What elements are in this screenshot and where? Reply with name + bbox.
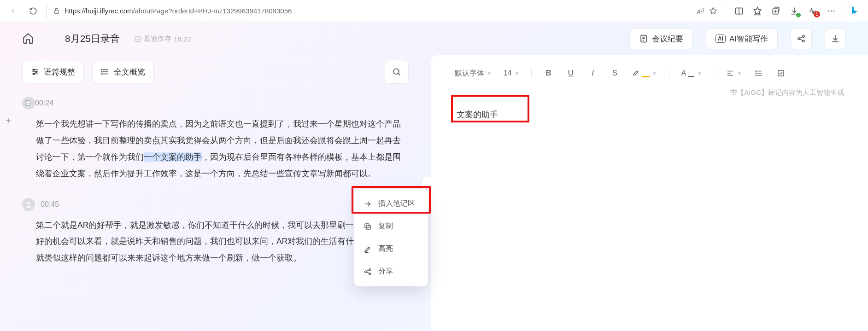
format-toolbar: 默认字体▼ 14▼ B U I S ▼ A▼ ▼	[455, 65, 844, 87]
ai-write-button[interactable]: AI AI智能写作	[706, 29, 778, 49]
svg-point-8	[828, 10, 829, 12]
svg-rect-39	[25, 101, 30, 106]
svg-point-40	[27, 202, 29, 204]
check-circle-icon	[135, 35, 141, 42]
svg-point-27	[33, 73, 35, 75]
list-button[interactable]	[754, 68, 764, 78]
transcript-text[interactable]: 第二个就是AR的好帮手，就是激发敏感，你们不知道干什么的时候，我可以去那里刷一下…	[22, 217, 409, 267]
svg-point-26	[35, 71, 37, 73]
transcript-text[interactable]: 第一个我先想讲一下写作的传播的卖点，因为之前语文也一直提到了，我过来一个星期也对…	[22, 116, 409, 182]
svg-line-19	[800, 37, 803, 38]
svg-rect-58	[778, 70, 784, 76]
highlight-icon	[364, 245, 372, 253]
svg-point-34	[393, 69, 399, 74]
address-bar[interactable]: https://huiji.iflyrec.com/aboutPage?orde…	[46, 3, 724, 19]
document-title: 8月25日录音	[65, 32, 120, 45]
highlighted-text: 一个文案的助手	[144, 152, 202, 162]
list-icon	[101, 68, 109, 76]
svg-point-55	[756, 71, 757, 72]
browser-actions: 1	[730, 6, 840, 17]
notes-pane: 默认字体▼ 14▼ B U I S ▼ A▼ ▼ 带【AIGC】标记内容为人工智…	[431, 55, 868, 331]
svg-line-20	[800, 39, 803, 41]
download-icon[interactable]	[789, 6, 800, 17]
strike-button[interactable]: S	[610, 68, 620, 78]
more-icon[interactable]	[826, 6, 837, 17]
download-button[interactable]	[825, 28, 846, 49]
bold-button[interactable]: B	[544, 68, 554, 78]
sliders-icon	[31, 68, 39, 76]
search-button[interactable]	[385, 60, 409, 84]
svg-point-9	[831, 10, 832, 12]
home-icon[interactable]	[22, 32, 35, 45]
ctx-highlight[interactable]: 高亮	[354, 238, 428, 260]
svg-point-32	[102, 71, 103, 72]
context-menu: 插入笔记区 复制 高亮 分享	[354, 189, 428, 286]
underline-button[interactable]: U	[566, 68, 576, 78]
editor-content[interactable]: 文案的助手	[455, 105, 844, 124]
page-topbar: 8月25日录音 最近保存16:22 会议纪要 AI AI智能写作	[0, 22, 868, 55]
sidebar-icon[interactable]	[733, 6, 745, 17]
svg-point-57	[756, 75, 757, 76]
svg-point-10	[833, 10, 835, 12]
save-status: 最近保存16:22	[135, 35, 191, 43]
refresh-button[interactable]	[26, 4, 41, 18]
svg-point-25	[33, 69, 35, 70]
checklist-button[interactable]	[776, 68, 786, 78]
svg-point-11	[135, 36, 141, 42]
text-color-button[interactable]: A▼	[681, 69, 702, 77]
font-select[interactable]: 默认字体▼	[455, 69, 492, 78]
aigc-note: 带【AIGC】标记内容为人工智能生成	[455, 88, 844, 97]
highlight-color-button[interactable]: ▼	[632, 69, 657, 77]
svg-rect-0	[54, 11, 59, 13]
align-button[interactable]: ▼	[726, 69, 742, 77]
avatar	[22, 198, 35, 211]
favorites-icon[interactable]	[752, 6, 763, 17]
back-button[interactable]	[6, 4, 20, 18]
star-icon[interactable]	[709, 7, 717, 15]
svg-line-47	[366, 270, 369, 271]
ctx-copy[interactable]: 复制	[354, 215, 428, 238]
copy-icon	[364, 222, 372, 231]
svg-rect-41	[366, 225, 370, 229]
overview-button[interactable]: 全文概览	[92, 61, 154, 83]
page-root: 8月25日录音 最近保存16:22 会议纪要 AI AI智能写作 语篇规整	[0, 22, 868, 331]
collections-icon[interactable]	[770, 6, 781, 17]
read-aloud-icon[interactable]: A))	[697, 6, 704, 16]
url-text: https://huiji.iflyrec.com/aboutPage?orde…	[65, 7, 692, 15]
lock-icon	[53, 7, 60, 15]
browser-toolbar: https://huiji.iflyrec.com/aboutPage?orde…	[0, 0, 868, 22]
italic-button[interactable]: I	[588, 68, 598, 78]
share-icon	[364, 267, 372, 276]
timestamp: 00:45	[41, 200, 59, 209]
editor[interactable]: 文案的助手	[455, 105, 844, 124]
checkbox-icon[interactable]	[24, 99, 31, 107]
svg-point-31	[102, 70, 103, 70]
arrow-right-icon	[364, 200, 372, 208]
divider	[50, 32, 50, 46]
ctx-share[interactable]: 分享	[354, 260, 428, 283]
add-icon[interactable]	[5, 117, 12, 124]
share-button[interactable]	[791, 28, 812, 49]
svg-point-56	[756, 73, 757, 74]
performance-icon[interactable]: 1	[807, 6, 818, 17]
timestamp: 00:24	[35, 99, 53, 107]
document-icon	[639, 34, 648, 43]
svg-line-35	[398, 73, 400, 75]
ctx-insert-note[interactable]: 插入笔记区	[354, 192, 428, 215]
transcript-entry: 00:24 第一个我先想讲一下写作的传播的卖点，因为之前语文也一直提到了，我过来…	[22, 97, 409, 182]
svg-line-48	[366, 272, 369, 273]
meeting-summary-button[interactable]: 会议纪要	[629, 29, 693, 49]
transcript-entry: 00:45 第二个就是AR的好帮手，就是激发敏感，你们不知道干什么的时候，我可以…	[22, 198, 409, 267]
size-select[interactable]: 14▼	[504, 69, 519, 77]
outline-button[interactable]: 语篇规整	[22, 61, 84, 83]
svg-point-33	[102, 74, 103, 75]
ai-icon: AI	[716, 35, 726, 43]
svg-rect-42	[365, 224, 369, 228]
